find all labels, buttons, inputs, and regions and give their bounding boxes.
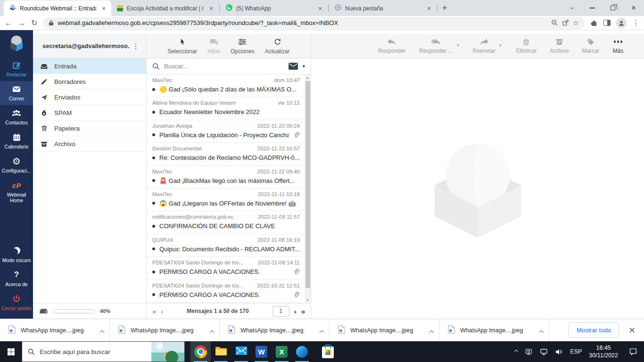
close-downloads-bar-icon[interactable]: ✕ [628, 325, 636, 336]
taskbar-mail[interactable] [231, 341, 251, 362]
next-page-button[interactable]: › [294, 307, 297, 315]
download-item[interactable]: WhatsApp Image....jpeg [439, 319, 549, 341]
search-input[interactable] [164, 63, 284, 70]
tab-whatsapp[interactable]: (5) WhatsApp × [220, 0, 328, 16]
message-row[interactable]: PDESATI024 Santo Domingo de los...2022-1… [147, 257, 305, 280]
message-row[interactable]: PDESATI024 Santo Domingo de los...2022-1… [147, 280, 305, 303]
cast-icon[interactable] [525, 348, 533, 355]
download-item[interactable]: WhatsApp Image....jpeg [110, 319, 220, 341]
reply-all-caret-icon[interactable]: ▾ [457, 43, 459, 48]
reply-all-button[interactable]: Responder ... ▾ [419, 37, 453, 54]
language-indicator[interactable]: ESP [570, 348, 582, 355]
taskbar-chrome[interactable] [190, 341, 211, 362]
forward-icon[interactable]: → [18, 19, 25, 27]
more-button[interactable]: Más [613, 37, 624, 54]
tab-institution[interactable]: Escoja Actividad a modificar | Info × [111, 0, 219, 16]
reload-icon[interactable]: ↻ [31, 19, 37, 27]
tab-close-icon[interactable]: × [100, 5, 107, 12]
prev-page-button[interactable]: ‹ [161, 307, 163, 315]
scroll-down-icon[interactable]: ▼ [305, 297, 311, 303]
browser-menu-icon[interactable]: ⋮ [632, 19, 639, 27]
taskbar-word[interactable]: W [251, 341, 272, 362]
rail-item-mail[interactable]: Correo [0, 81, 33, 105]
tab-new-tab-page[interactable]: Nueva pestaña × [329, 0, 437, 16]
scrollbar-thumb[interactable] [305, 81, 310, 288]
message-row[interactable]: MaxiTec2022-11-11 10:18 😱 Gad ¡Llegaron … [147, 189, 305, 211]
rail-item-compose[interactable]: Redactar [0, 57, 33, 81]
volume-icon[interactable] [555, 348, 563, 355]
delete-button[interactable]: Eliminar [516, 37, 537, 54]
back-icon[interactable]: ← [5, 19, 12, 27]
rail-item-settings[interactable]: ⚙ Configuraci... [0, 153, 33, 177]
reply-button[interactable]: Responder [378, 37, 406, 54]
download-menu-chevron-icon[interactable] [430, 326, 433, 335]
taskbar-clock[interactable]: 16:45 30/11/2022 [589, 344, 618, 360]
rail-item-webmail-home[interactable]: cP Webmail Home [0, 177, 33, 207]
taskbar-excel[interactable]: X [272, 341, 292, 362]
forward-button[interactable]: Reenviar ▾ [473, 37, 495, 54]
folder-inbox[interactable]: Entrada [33, 58, 146, 74]
lock-icon[interactable] [49, 20, 54, 26]
tab-search-icon[interactable] [561, 0, 582, 16]
folder-sent[interactable]: Enviados [33, 90, 146, 105]
select-button[interactable]: Seleccionar [168, 38, 198, 55]
minimize-button[interactable] [582, 0, 603, 16]
folder-archive[interactable]: Archivo [33, 136, 146, 152]
omnibox[interactable]: webmail.gadvallehermoso.gob.ec/cpsess295… [43, 17, 585, 29]
tab-close-icon[interactable]: × [425, 5, 433, 12]
page-number-input[interactable] [272, 306, 289, 317]
taskbar-file-explorer[interactable] [211, 341, 231, 362]
download-item[interactable]: WhatsApp Image....jpeg [220, 319, 330, 341]
close-window-button[interactable]: × [623, 0, 644, 16]
profile-avatar[interactable] [616, 18, 627, 28]
new-tab-button[interactable]: + [438, 1, 451, 15]
download-menu-chevron-icon[interactable] [210, 326, 214, 335]
taskbar-store[interactable] [318, 341, 338, 362]
options-button[interactable]: Opciones [231, 38, 255, 55]
folder-spam[interactable]: SPAM [33, 105, 146, 121]
tab-close-icon[interactable]: × [207, 5, 215, 12]
message-row[interactable]: MaxiTec2022-11-22 09:40 🚨 Gad ¡BlackMax … [147, 166, 305, 189]
message-row[interactable]: Albina Mendiara de Equipo Veeamvie 10:12… [147, 97, 305, 120]
message-row[interactable]: QUIPUX2022-11-08 16:19 Quipux: Documento… [147, 234, 305, 257]
download-item[interactable]: WhatsApp Image....jpeg [0, 319, 110, 341]
threads-button[interactable]: Hilos [207, 38, 220, 55]
network-icon[interactable] [540, 348, 548, 355]
scope-envelope-icon[interactable] [289, 63, 298, 70]
message-row[interactable]: Jonathan Aveiga2022-11-23 09:24 Planilla… [147, 120, 305, 143]
archive-button[interactable]: Archivo [550, 37, 569, 54]
download-menu-chevron-icon[interactable] [540, 326, 543, 335]
rail-item-dark-mode[interactable]: Modo oscuro [0, 243, 33, 267]
message-row[interactable]: MaxiTecdom 10:47 🟡 Gad ¡Sólo quedan 2 dí… [147, 74, 305, 97]
bookmark-star-icon[interactable]: ☆ [573, 19, 579, 27]
zoom-out-icon[interactable] [551, 19, 558, 26]
refresh-button[interactable]: Actualizar [265, 38, 290, 55]
list-scrollbar[interactable]: ▲ ▼ [305, 74, 311, 303]
show-hidden-icons-chevron[interactable] [515, 350, 518, 353]
side-panel-icon[interactable] [603, 20, 611, 26]
taskbar-search-input[interactable] [40, 348, 132, 355]
extensions-puzzle-icon[interactable] [590, 19, 598, 27]
download-menu-chevron-icon[interactable] [100, 326, 104, 335]
taskbar-edge[interactable] [292, 341, 312, 362]
download-item[interactable]: WhatsApp Image....jpeg [330, 319, 439, 341]
rail-item-logout[interactable]: Cerrar sesión [0, 291, 33, 315]
message-row[interactable]: notificaciones@contraloria.gob.ec2022-11… [147, 211, 305, 234]
share-icon[interactable] [562, 19, 569, 26]
search-scope-caret-icon[interactable]: ▾ [302, 63, 305, 69]
tab-roundcube[interactable]: Roundcube Webmail :: Entrada × [4, 0, 111, 16]
rail-item-about[interactable]: ? Acerca de [0, 267, 33, 291]
start-button[interactable] [0, 341, 22, 362]
restore-button[interactable] [603, 0, 623, 16]
mark-button[interactable]: Marcar [582, 37, 599, 54]
taskbar-search-box[interactable] [22, 341, 185, 362]
message-row[interactable]: Gestión Documental2022-11-22 16:57 Re: C… [147, 143, 305, 165]
search-highlight-image[interactable] [151, 342, 184, 362]
tab-close-icon[interactable]: × [316, 5, 324, 12]
download-menu-chevron-icon[interactable] [320, 326, 323, 335]
rail-item-contacts[interactable]: Contactos [0, 105, 33, 129]
last-page-button[interactable]: » [301, 307, 305, 315]
first-page-button[interactable]: « [152, 307, 156, 315]
account-menu-icon[interactable]: ⋮ [129, 41, 142, 50]
action-center-icon[interactable] [629, 348, 637, 355]
